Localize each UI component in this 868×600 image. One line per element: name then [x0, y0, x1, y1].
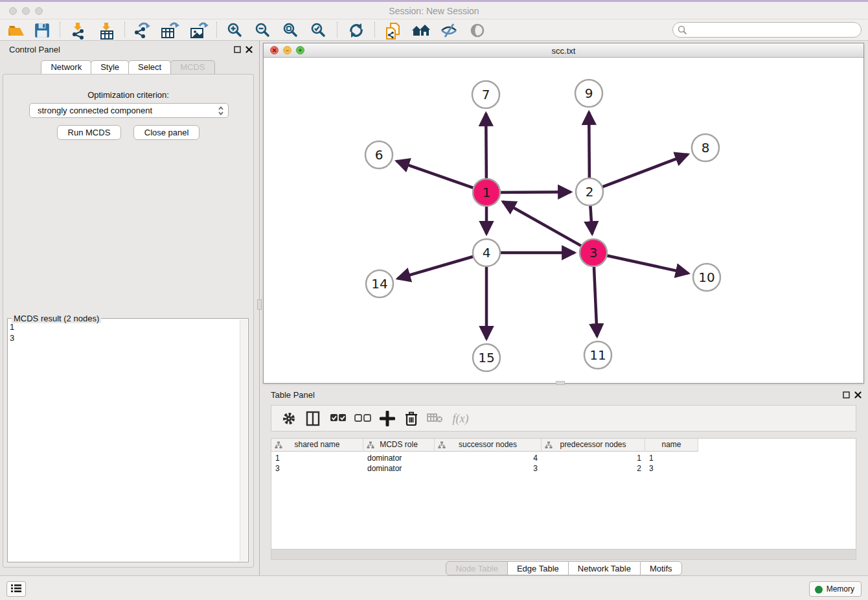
svg-text:11: 11 — [589, 347, 606, 363]
tab-select[interactable]: Select — [128, 60, 171, 74]
graph-node-14[interactable]: 14 — [366, 270, 393, 297]
graph-node-7[interactable]: 7 — [472, 81, 499, 108]
edge-1-6[interactable] — [396, 161, 475, 189]
edge-2-3[interactable] — [590, 203, 592, 234]
column-header-name[interactable]: name — [645, 439, 698, 452]
table-tabs: Node TableEdge TableNetwork TableMotifs — [263, 561, 864, 575]
graph-node-1[interactable]: 1 — [473, 179, 500, 206]
search-field[interactable] — [672, 22, 862, 38]
run-mcds-button[interactable]: Run MCDS — [57, 125, 122, 140]
memory-button[interactable]: Memory — [809, 581, 862, 597]
column-header-successor-nodes[interactable]: successor nodes — [435, 439, 542, 452]
add-column-icon[interactable] — [378, 410, 397, 428]
svg-text:1: 1 — [483, 185, 491, 200]
network-canvas[interactable]: 1234678910111415 — [264, 58, 863, 383]
export-table-icon[interactable] — [159, 21, 181, 39]
svg-text:10: 10 — [698, 270, 714, 285]
svg-text:3: 3 — [589, 245, 598, 260]
mcds-tab-content: Optimization criterion: strongly connect… — [3, 74, 254, 568]
select-all-icon[interactable] — [328, 410, 348, 428]
close-table-panel-icon[interactable] — [854, 391, 862, 399]
tab-style[interactable]: Style — [91, 60, 129, 74]
graph-node-8[interactable]: 8 — [692, 134, 719, 161]
graph-node-15[interactable]: 15 — [473, 344, 500, 371]
table-cell[interactable]: dominator — [363, 463, 435, 474]
graph-node-11[interactable]: 11 — [584, 341, 611, 369]
export-image-icon[interactable] — [188, 21, 210, 39]
home-icon[interactable] — [410, 21, 432, 39]
table-toolbar: f(x) — [271, 405, 856, 432]
edge-2-8[interactable] — [600, 154, 688, 187]
edge-2-9[interactable] — [589, 112, 589, 180]
close-panel-button[interactable]: Close panel — [133, 125, 200, 140]
table-row[interactable]: 3dominator323 — [271, 463, 856, 474]
task-history-icon[interactable] — [6, 581, 26, 597]
column-header-MCDS-role[interactable]: MCDS role — [363, 439, 435, 452]
zoom-out-icon[interactable] — [252, 21, 274, 39]
graph-node-6[interactable]: 6 — [365, 141, 393, 168]
tab-edge-table[interactable]: Edge Table — [507, 561, 569, 575]
table-cell[interactable]: 1 — [645, 453, 698, 463]
node-table[interactable]: shared nameMCDS rolesuccessor nodesprede… — [271, 438, 856, 549]
svg-text:15: 15 — [478, 350, 494, 365]
table-cell[interactable]: 1 — [542, 453, 645, 463]
graph-node-2[interactable]: 2 — [576, 178, 603, 205]
export-network-icon[interactable] — [131, 21, 153, 39]
table-row[interactable]: 1dominator411 — [271, 453, 856, 463]
svg-text:6: 6 — [375, 147, 383, 163]
divider-handle[interactable] — [257, 299, 262, 310]
table-cell[interactable]: 2 — [542, 463, 645, 474]
apply-layout-icon[interactable] — [345, 21, 367, 39]
tab-motifs[interactable]: Motifs — [640, 561, 682, 575]
zoom-selected-icon[interactable] — [308, 21, 330, 39]
svg-text:2: 2 — [586, 184, 594, 200]
hide-eye-icon[interactable] — [438, 21, 460, 39]
clone-network-icon[interactable] — [382, 21, 404, 39]
toolbar-separator — [337, 22, 337, 38]
split-view-icon[interactable] — [303, 410, 323, 428]
column-header-predecessor-nodes[interactable]: predecessor nodes — [542, 439, 645, 452]
edge-3-11[interactable] — [594, 264, 597, 336]
trash-icon[interactable] — [402, 410, 421, 428]
result-scrollbar[interactable] — [240, 319, 247, 561]
gear-icon[interactable] — [279, 410, 299, 428]
graph-node-4[interactable]: 4 — [473, 239, 500, 266]
graph-node-10[interactable]: 10 — [693, 264, 720, 291]
table-cell[interactable]: 3 — [435, 463, 542, 474]
open-session-icon[interactable] — [5, 21, 27, 39]
search-icon — [678, 25, 687, 35]
mcds-result-text[interactable]: 1 3 — [10, 321, 236, 558]
table-cell[interactable]: 3 — [645, 463, 698, 474]
table-cell[interactable]: 4 — [435, 453, 542, 463]
table-cell[interactable]: 3 — [271, 463, 363, 474]
eye-icon[interactable] — [466, 21, 488, 39]
tab-node-table[interactable]: Node Table — [446, 561, 508, 575]
table-cell[interactable]: dominator — [363, 453, 435, 463]
close-panel-icon[interactable] — [245, 45, 253, 54]
zoom-fit-icon[interactable] — [280, 21, 302, 39]
control-panel-tabs: NetworkStyleSelectMCDS — [0, 60, 255, 75]
edge-1-2[interactable] — [498, 192, 571, 192]
tab-network[interactable]: Network — [41, 60, 91, 74]
zoom-in-icon[interactable] — [224, 21, 246, 39]
tab-mcds[interactable]: MCDS — [170, 60, 214, 74]
float-table-panel-icon[interactable] — [842, 391, 851, 399]
table-cell[interactable]: 1 — [271, 453, 363, 463]
graph-node-3[interactable]: 3 — [580, 239, 607, 266]
graph-node-9[interactable]: 9 — [575, 80, 602, 107]
tab-network-table[interactable]: Network Table — [568, 561, 641, 575]
optimization-criterion-select[interactable]: strongly connected component — [29, 103, 229, 118]
deselect-all-icon[interactable] — [353, 410, 372, 428]
search-input[interactable] — [690, 24, 855, 36]
edge-1-7[interactable] — [486, 113, 486, 181]
import-network-icon[interactable] — [67, 21, 89, 39]
edge-4-14[interactable] — [398, 256, 475, 279]
import-table-icon[interactable] — [96, 21, 118, 39]
float-panel-icon[interactable] — [233, 45, 242, 54]
edge-3-1[interactable] — [503, 202, 583, 247]
divider-handle[interactable] — [556, 381, 565, 385]
edge-3-10[interactable] — [605, 255, 689, 273]
column-header-shared-name[interactable]: shared name — [271, 439, 363, 452]
save-session-icon[interactable] — [31, 21, 53, 39]
network-window-titlebar[interactable]: ✕ − + scc.txt — [264, 43, 863, 58]
